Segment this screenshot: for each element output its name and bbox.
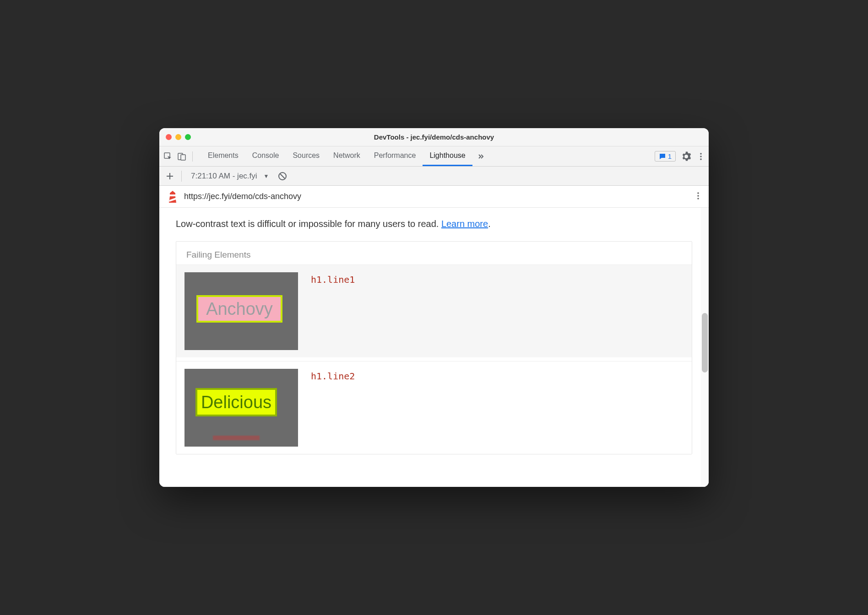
svg-rect-7: [170, 194, 175, 196]
svg-point-4: [700, 156, 702, 157]
clear-button[interactable]: [278, 172, 287, 181]
report-url: https://jec.fyi/demo/cds-anchovy: [184, 192, 688, 201]
dots-vertical-icon: [694, 192, 702, 200]
svg-point-9: [697, 195, 699, 197]
failing-elements-panel: Failing Elements Anchovy h1.line1 Delici…: [176, 241, 692, 454]
settings-button[interactable]: [681, 151, 691, 162]
tabs: Elements Console Sources Network Perform…: [201, 146, 648, 166]
failing-element-row[interactable]: Delicious h1.line2: [176, 361, 692, 454]
svg-point-10: [697, 198, 699, 200]
clear-icon: [278, 172, 287, 181]
report-menu-button[interactable]: [694, 192, 702, 202]
report-content: Low-contrast text is difficult or imposs…: [159, 208, 709, 487]
audit-description: Low-contrast text is difficult or imposs…: [176, 219, 692, 229]
svg-rect-2: [181, 155, 185, 160]
devtools-window: DevTools - jec.fyi/demo/cds-anchovy Elem…: [159, 128, 709, 487]
window-title: DevTools - jec.fyi/demo/cds-anchovy: [167, 133, 701, 141]
feedback-button[interactable]: 1: [655, 151, 676, 162]
element-selector: h1.line1: [311, 272, 355, 285]
thumbnail-text: Anchovy: [196, 295, 282, 323]
traffic-lights: [166, 134, 191, 140]
svg-point-3: [700, 153, 702, 155]
more-menu-button[interactable]: [697, 152, 705, 161]
report-selector-label: 7:21:10 AM - jec.fyi: [191, 172, 257, 181]
element-thumbnail: Delicious: [184, 369, 298, 447]
failing-element-row[interactable]: Anchovy h1.line1: [176, 264, 692, 357]
report-selector[interactable]: 7:21:10 AM - jec.fyi ▼: [187, 172, 272, 181]
tab-elements[interactable]: Elements: [201, 146, 245, 166]
tab-network[interactable]: Network: [326, 146, 367, 166]
new-report-button[interactable]: [164, 172, 176, 180]
learn-more-link[interactable]: Learn more: [441, 219, 488, 229]
lighthouse-toolbar: 7:21:10 AM - jec.fyi ▼: [159, 167, 709, 186]
panel-title: Failing Elements: [176, 242, 692, 264]
feedback-icon: [659, 153, 666, 160]
lighthouse-icon: [168, 191, 178, 203]
tab-lighthouse[interactable]: Lighthouse: [423, 146, 472, 166]
svg-point-5: [700, 158, 702, 160]
maximize-window-button[interactable]: [185, 134, 191, 140]
element-thumbnail: Anchovy: [184, 272, 298, 350]
scrollbar-thumb[interactable]: [702, 313, 708, 372]
element-selector: h1.line2: [311, 369, 355, 382]
tabs-overflow-button[interactable]: [472, 146, 490, 166]
dots-vertical-icon: [697, 152, 705, 161]
tab-console[interactable]: Console: [245, 146, 286, 166]
titlebar: DevTools - jec.fyi/demo/cds-anchovy: [159, 128, 709, 146]
divider: [192, 151, 193, 162]
devtools-tabbar: Elements Console Sources Network Perform…: [159, 146, 709, 167]
close-window-button[interactable]: [166, 134, 172, 140]
inspect-icon[interactable]: [163, 151, 173, 162]
svg-point-8: [697, 192, 699, 194]
thumbnail-decor: [213, 436, 260, 440]
minimize-window-button[interactable]: [175, 134, 181, 140]
feedback-count: 1: [668, 152, 672, 160]
thumbnail-text: Delicious: [195, 388, 277, 416]
gear-icon: [681, 151, 691, 162]
chevron-down-icon: ▼: [264, 173, 269, 179]
device-toolbar-icon[interactable]: [177, 151, 187, 162]
tab-performance[interactable]: Performance: [367, 146, 423, 166]
tab-sources[interactable]: Sources: [286, 146, 326, 166]
divider: [181, 171, 182, 182]
url-bar: https://jec.fyi/demo/cds-anchovy: [159, 186, 709, 208]
